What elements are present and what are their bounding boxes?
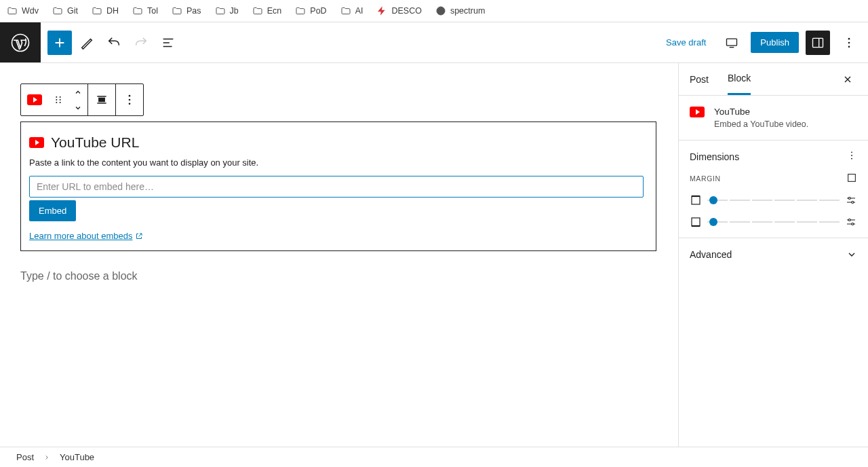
bookmark-desco[interactable]: DESCO bbox=[376, 5, 421, 16]
svg-point-10 bbox=[60, 96, 61, 98]
svg-point-17 bbox=[851, 151, 852, 153]
margin-label: MARGIN bbox=[690, 174, 721, 183]
drag-handle[interactable] bbox=[48, 84, 68, 115]
svg-point-15 bbox=[129, 99, 131, 101]
settings-panel-toggle[interactable] bbox=[806, 31, 830, 55]
block-description-label: Embed a YouTube video. bbox=[714, 119, 808, 129]
tools-button[interactable] bbox=[75, 31, 99, 55]
bookmark-wdv[interactable]: Wdv bbox=[7, 5, 39, 16]
block-name-label: YouTube bbox=[714, 107, 808, 117]
add-block-button[interactable] bbox=[47, 31, 72, 55]
block-breadcrumb: Post YouTube bbox=[0, 447, 868, 467]
preview-button[interactable] bbox=[719, 31, 744, 55]
margin-bottom-icon bbox=[690, 216, 702, 228]
embed-button[interactable]: Embed bbox=[29, 200, 76, 221]
svg-point-6 bbox=[848, 45, 850, 48]
svg-point-16 bbox=[129, 103, 131, 105]
move-down-button[interactable] bbox=[68, 100, 87, 115]
margin-bottom-slider[interactable] bbox=[707, 221, 840, 223]
new-block-placeholder[interactable]: Type / to choose a block bbox=[20, 270, 658, 282]
bookmark-dh[interactable]: DH bbox=[92, 5, 119, 16]
svg-rect-20 bbox=[848, 174, 856, 182]
dimensions-panel: Dimensions MARGIN bbox=[679, 141, 868, 238]
bookmark-pas[interactable]: Pas bbox=[172, 5, 201, 16]
svg-point-9 bbox=[56, 102, 57, 103]
block-description: Paste a link to the content you want to … bbox=[29, 157, 648, 168]
margin-top-icon bbox=[690, 194, 702, 206]
learn-more-link[interactable]: Learn more about embeds bbox=[29, 231, 143, 241]
svg-point-22 bbox=[848, 198, 850, 200]
bookmark-ai[interactable]: AI bbox=[340, 5, 363, 16]
svg-point-8 bbox=[56, 99, 57, 100]
margin-top-settings-icon[interactable] bbox=[845, 194, 857, 206]
svg-point-14 bbox=[129, 95, 131, 97]
svg-point-23 bbox=[852, 202, 854, 204]
block-type-button[interactable] bbox=[21, 84, 48, 115]
dimensions-title: Dimensions bbox=[690, 151, 739, 162]
browser-bookmarks-bar: Wdv Git DH Tol Pas Jb Ecn PoD AI DESCO s… bbox=[0, 0, 868, 22]
bookmark-ecn[interactable]: Ecn bbox=[252, 5, 282, 16]
wordpress-logo[interactable] bbox=[0, 22, 41, 62]
breadcrumb-root[interactable]: Post bbox=[16, 452, 34, 462]
svg-point-12 bbox=[60, 102, 61, 103]
svg-point-26 bbox=[852, 223, 854, 225]
svg-point-18 bbox=[851, 155, 852, 156]
block-toolbar bbox=[20, 83, 144, 116]
document-overview-button[interactable] bbox=[156, 31, 180, 55]
editor-top-toolbar: Save draft Publish bbox=[0, 22, 868, 63]
youtube-icon bbox=[690, 107, 705, 117]
chevron-right-icon bbox=[43, 454, 50, 461]
settings-sidebar: Post Block YouTube Embed a YouTube video… bbox=[678, 63, 868, 447]
redo-button[interactable] bbox=[129, 31, 153, 55]
bookmark-tol[interactable]: Tol bbox=[132, 5, 158, 16]
embed-url-input[interactable] bbox=[29, 176, 644, 198]
advanced-panel-toggle[interactable]: Advanced bbox=[679, 238, 868, 271]
svg-rect-21 bbox=[692, 196, 700, 204]
save-draft-button[interactable]: Save draft bbox=[659, 33, 713, 52]
svg-point-25 bbox=[848, 219, 850, 221]
svg-rect-2 bbox=[727, 39, 737, 45]
svg-point-11 bbox=[60, 99, 61, 100]
bookmark-git[interactable]: Git bbox=[52, 5, 78, 16]
svg-point-7 bbox=[56, 96, 57, 98]
svg-point-5 bbox=[848, 41, 850, 43]
tab-post[interactable]: Post bbox=[690, 64, 709, 94]
chevron-down-icon bbox=[846, 249, 857, 260]
margin-top-slider[interactable] bbox=[707, 200, 840, 201]
block-title: YouTube URL bbox=[51, 134, 139, 151]
svg-rect-13 bbox=[99, 98, 104, 102]
svg-rect-3 bbox=[813, 38, 823, 47]
block-options-button[interactable] bbox=[116, 84, 143, 115]
svg-point-4 bbox=[848, 37, 850, 39]
undo-button[interactable] bbox=[102, 31, 126, 55]
breadcrumb-leaf[interactable]: YouTube bbox=[60, 452, 94, 462]
bookmark-spectrum[interactable]: spectrum bbox=[435, 5, 485, 16]
margin-box-icon[interactable] bbox=[846, 172, 857, 185]
margin-bottom-settings-icon[interactable] bbox=[845, 216, 857, 228]
youtube-icon bbox=[27, 94, 42, 105]
align-button[interactable] bbox=[88, 84, 115, 115]
tab-block[interactable]: Block bbox=[728, 63, 751, 95]
svg-point-19 bbox=[851, 158, 852, 160]
youtube-icon bbox=[29, 137, 44, 148]
move-up-button[interactable] bbox=[68, 84, 87, 100]
youtube-embed-block[interactable]: YouTube URL Paste a link to the content … bbox=[20, 122, 656, 251]
editor-canvas[interactable]: YouTube URL Paste a link to the content … bbox=[0, 63, 678, 447]
advanced-title: Advanced bbox=[690, 249, 732, 260]
close-sidebar-button[interactable] bbox=[838, 70, 857, 89]
dimensions-options-button[interactable] bbox=[846, 150, 857, 163]
options-button[interactable] bbox=[837, 31, 861, 55]
bookmark-pod[interactable]: PoD bbox=[295, 5, 326, 16]
publish-button[interactable]: Publish bbox=[751, 32, 799, 53]
svg-rect-24 bbox=[692, 218, 700, 226]
bookmark-jb[interactable]: Jb bbox=[215, 5, 239, 16]
